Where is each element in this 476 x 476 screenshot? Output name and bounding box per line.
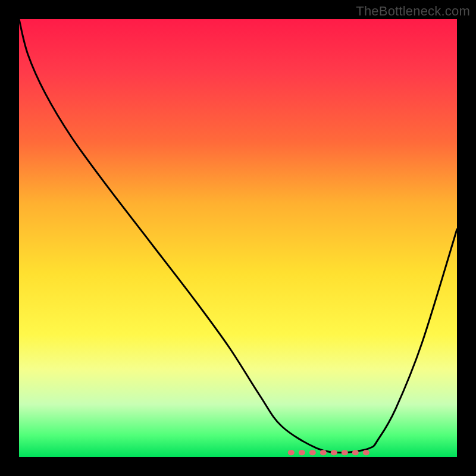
- chart-area: [19, 19, 457, 457]
- bottleneck-curve: [19, 19, 457, 453]
- watermark-text: TheBottleneck.com: [356, 4, 470, 19]
- chart-svg: [19, 19, 457, 457]
